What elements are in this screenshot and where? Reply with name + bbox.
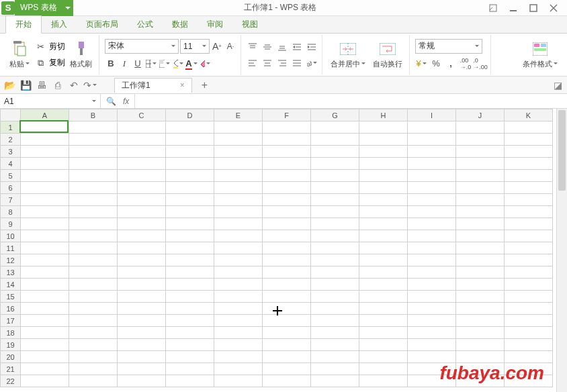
cell[interactable] — [118, 146, 166, 158]
cell[interactable] — [118, 206, 166, 218]
cell[interactable] — [69, 279, 118, 291]
cell[interactable] — [21, 218, 69, 230]
cell[interactable] — [21, 230, 69, 242]
cell[interactable] — [214, 206, 263, 218]
cell[interactable] — [408, 279, 456, 291]
col-header[interactable]: F — [263, 109, 311, 121]
cell[interactable] — [359, 134, 408, 146]
cell[interactable] — [505, 230, 553, 242]
cell[interactable] — [456, 327, 505, 339]
redo-icon[interactable]: ↷ — [85, 80, 95, 91]
cell[interactable] — [118, 279, 166, 291]
align-top-icon[interactable] — [247, 41, 259, 53]
cell[interactable] — [505, 134, 553, 146]
cell[interactable] — [456, 218, 505, 230]
orientation-icon[interactable]: ab — [306, 57, 318, 69]
cell[interactable] — [166, 363, 214, 375]
row-header[interactable]: 2 — [1, 134, 21, 146]
cell[interactable] — [118, 339, 166, 351]
col-header[interactable]: G — [311, 109, 359, 121]
cell[interactable] — [456, 266, 505, 279]
cell[interactable] — [408, 134, 456, 146]
row-header[interactable]: 13 — [1, 266, 21, 279]
cell[interactable] — [166, 375, 214, 387]
row-header[interactable]: 3 — [1, 146, 21, 158]
cell[interactable] — [359, 279, 408, 291]
cell[interactable] — [408, 375, 456, 387]
format-painter-button[interactable]: 格式刷 — [67, 39, 95, 70]
cell[interactable] — [263, 230, 311, 242]
cell[interactable] — [456, 303, 505, 315]
tab-formula[interactable]: 公式 — [128, 16, 163, 33]
cell[interactable] — [166, 194, 214, 206]
cell[interactable] — [263, 327, 311, 339]
row-header[interactable]: 1 — [1, 121, 21, 134]
cell[interactable] — [263, 218, 311, 230]
cell[interactable] — [21, 291, 69, 303]
cell[interactable] — [505, 363, 553, 375]
cell[interactable] — [214, 182, 263, 194]
cell[interactable] — [505, 158, 553, 170]
cell[interactable] — [359, 230, 408, 242]
cell[interactable] — [214, 170, 263, 182]
zoom-icon[interactable]: 🔍 — [106, 97, 116, 106]
cell[interactable] — [214, 351, 263, 363]
tab-insert[interactable]: 插入 — [42, 16, 77, 33]
cell[interactable] — [21, 339, 69, 351]
cell[interactable] — [311, 315, 359, 327]
cell[interactable] — [21, 266, 69, 279]
row-header[interactable]: 19 — [1, 339, 21, 351]
cell[interactable] — [263, 351, 311, 363]
cell[interactable] — [263, 182, 311, 194]
cell[interactable] — [408, 303, 456, 315]
col-header[interactable]: I — [408, 109, 456, 121]
font-size-select[interactable]: 11 — [180, 39, 210, 54]
cell[interactable] — [408, 218, 456, 230]
cell[interactable] — [118, 363, 166, 375]
cell[interactable] — [359, 146, 408, 158]
row-header[interactable]: 11 — [1, 242, 21, 254]
cell[interactable] — [69, 327, 118, 339]
cell[interactable] — [263, 363, 311, 375]
cell[interactable] — [118, 182, 166, 194]
cell[interactable] — [21, 206, 69, 218]
cell[interactable] — [21, 363, 69, 375]
cell[interactable] — [408, 194, 456, 206]
cell[interactable] — [21, 351, 69, 363]
cell[interactable] — [118, 266, 166, 279]
cell[interactable] — [69, 242, 118, 254]
cell[interactable] — [311, 242, 359, 254]
cell[interactable] — [505, 339, 553, 351]
cell[interactable] — [118, 170, 166, 182]
row-header[interactable]: 22 — [1, 375, 21, 387]
cell[interactable] — [359, 254, 408, 266]
wrap-text-button[interactable]: 自动换行 — [370, 39, 405, 70]
cell[interactable] — [263, 134, 311, 146]
cell[interactable] — [214, 218, 263, 230]
italic-button[interactable]: I — [118, 58, 130, 70]
cell[interactable] — [311, 134, 359, 146]
cell[interactable] — [21, 182, 69, 194]
border-button[interactable] — [145, 58, 157, 70]
grid-main[interactable]: ABCDEFGHIJK12345678910111213141516171819… — [0, 109, 556, 392]
cell[interactable] — [21, 146, 69, 158]
cell[interactable] — [408, 339, 456, 351]
cell[interactable] — [505, 291, 553, 303]
cell[interactable] — [311, 170, 359, 182]
increase-font-icon[interactable]: A+ — [211, 40, 223, 52]
cell[interactable] — [311, 194, 359, 206]
cell[interactable] — [214, 158, 263, 170]
conditional-format-button[interactable]: 条件格式 — [520, 39, 560, 70]
cell[interactable] — [214, 375, 263, 387]
maximize-button[interactable] — [528, 3, 539, 13]
cell[interactable] — [214, 134, 263, 146]
cell[interactable] — [166, 242, 214, 254]
cell[interactable] — [263, 375, 311, 387]
cell[interactable] — [263, 121, 311, 134]
cell[interactable] — [214, 230, 263, 242]
cell[interactable] — [69, 121, 118, 134]
minimize-button[interactable] — [508, 3, 519, 13]
increase-indent-icon[interactable] — [306, 41, 318, 53]
cell[interactable] — [359, 266, 408, 279]
cell[interactable] — [311, 206, 359, 218]
